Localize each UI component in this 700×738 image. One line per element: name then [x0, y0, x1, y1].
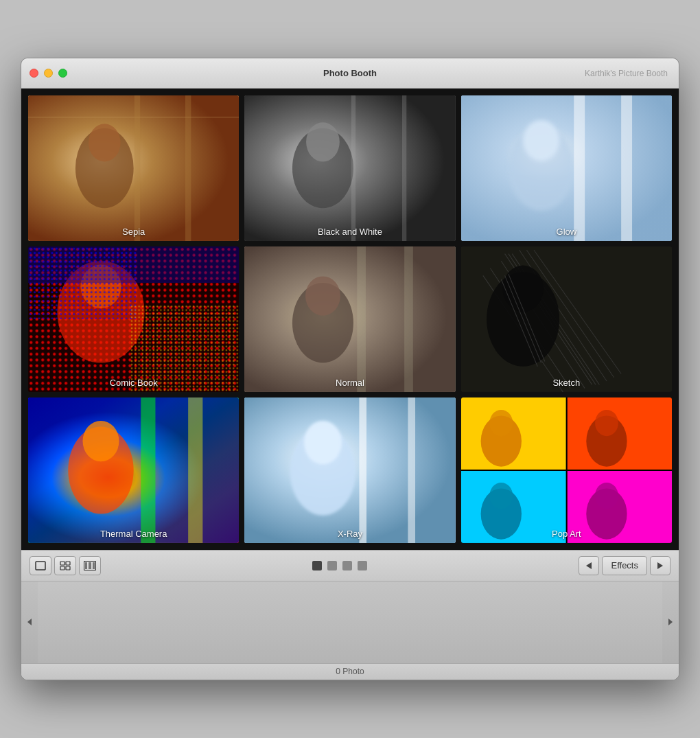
svg-rect-77	[66, 562, 70, 565]
svg-rect-32	[358, 246, 366, 392]
comic-label: Comic Book	[28, 378, 239, 388]
effect-xray[interactable]: X-Ray	[244, 397, 455, 543]
view-controls	[30, 556, 101, 575]
effect-sketch[interactable]: Sketch	[461, 246, 672, 392]
filmstrip-scroll-left-button[interactable]	[21, 581, 38, 663]
film-view-button[interactable]	[79, 556, 101, 575]
maximize-button[interactable]	[58, 69, 67, 78]
effect-thermal[interactable]: Thermal Camera	[28, 397, 239, 543]
svg-point-58	[304, 421, 342, 465]
svg-rect-33	[404, 246, 413, 392]
svg-rect-75	[36, 562, 45, 570]
filmstrip-scroll-right-button[interactable]	[662, 581, 679, 663]
glow-label: Glow	[461, 227, 672, 237]
effect-comic[interactable]: Comic Book	[28, 246, 239, 392]
window-title: Photo Booth	[323, 68, 377, 78]
minimize-button[interactable]	[44, 69, 53, 78]
svg-point-66	[489, 410, 513, 436]
svg-rect-79	[66, 566, 70, 570]
titlebar: Photo Booth Karthik's Picture Booth	[21, 58, 679, 89]
svg-rect-83	[93, 562, 95, 569]
prev-icon	[585, 562, 592, 570]
page-dot-2[interactable]	[327, 561, 337, 570]
thermal-label: Thermal Camera	[28, 529, 239, 539]
svg-point-3	[89, 124, 121, 161]
svg-marker-86	[27, 619, 32, 625]
close-button[interactable]	[30, 69, 38, 78]
svg-rect-60	[408, 397, 416, 543]
scroll-right-icon	[668, 618, 673, 626]
page-dot-4[interactable]	[358, 561, 367, 570]
xray-label: X-Ray	[244, 529, 455, 539]
scroll-left-icon	[27, 618, 32, 626]
svg-point-45	[502, 266, 543, 312]
svg-point-31	[305, 276, 340, 315]
effect-normal[interactable]: Normal	[244, 246, 455, 392]
grid-view-button[interactable]	[54, 556, 76, 575]
svg-point-68	[595, 410, 618, 436]
svg-point-70	[489, 483, 513, 509]
svg-rect-81	[85, 562, 87, 569]
single-view-icon	[35, 561, 46, 570]
filmstrip-area	[21, 581, 679, 663]
svg-rect-26	[28, 246, 137, 319]
page-dot-1[interactable]	[312, 561, 322, 570]
svg-rect-52	[188, 397, 202, 543]
bw-label: Black and White	[244, 227, 455, 237]
svg-marker-85	[657, 562, 663, 569]
effect-popart[interactable]: Pop Art	[461, 397, 672, 543]
sketch-label: Sketch	[461, 378, 672, 388]
traffic-lights	[21, 69, 67, 78]
effects-grid: Sepia	[28, 95, 672, 543]
single-view-button[interactable]	[30, 556, 51, 575]
svg-point-54	[82, 421, 119, 461]
svg-rect-17	[621, 95, 632, 241]
navigation-controls: Effects	[579, 556, 670, 575]
next-icon	[657, 562, 664, 570]
page-indicators	[101, 561, 579, 570]
page-dot-3[interactable]	[342, 561, 352, 570]
svg-point-72	[595, 483, 618, 509]
next-button[interactable]	[650, 556, 670, 575]
svg-point-9	[306, 122, 340, 161]
sepia-label: Sepia	[28, 227, 239, 237]
effect-bw[interactable]: Black and White	[244, 95, 455, 241]
photo-count: 0 Photo	[336, 667, 364, 676]
filmstrip-content	[38, 581, 662, 663]
grid-view-icon	[60, 561, 71, 570]
photo-booth-window: Photo Booth Karthik's Picture Booth	[21, 58, 679, 680]
effect-sepia[interactable]: Sepia	[28, 95, 239, 241]
effects-area: Sepia	[21, 89, 679, 550]
film-view-icon	[84, 561, 96, 570]
svg-rect-82	[89, 562, 91, 569]
popart-label: Pop Art	[461, 529, 672, 539]
prev-button[interactable]	[579, 556, 599, 575]
svg-marker-87	[668, 619, 673, 625]
toolbar: Effects	[21, 550, 679, 581]
svg-rect-76	[60, 562, 65, 565]
svg-rect-51	[141, 397, 155, 543]
svg-marker-84	[586, 562, 592, 569]
svg-rect-78	[60, 566, 65, 570]
svg-rect-59	[360, 397, 367, 543]
effect-glow[interactable]: Glow	[461, 95, 672, 241]
svg-point-15	[523, 120, 559, 161]
statusbar: 0 Photo	[21, 663, 679, 680]
window-subtitle: Karthik's Picture Booth	[585, 69, 668, 78]
svg-rect-16	[574, 95, 585, 241]
normal-label: Normal	[244, 378, 455, 388]
effects-button[interactable]: Effects	[602, 556, 647, 575]
